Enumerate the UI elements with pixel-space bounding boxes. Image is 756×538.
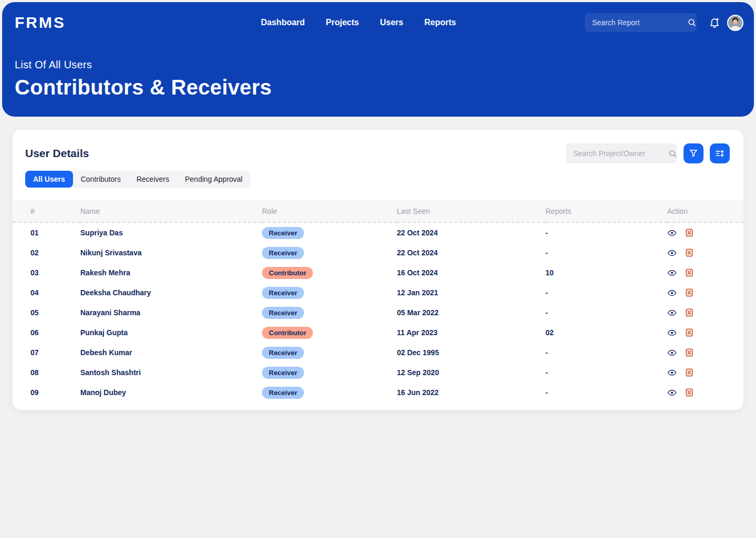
project-owner-search-input[interactable] [573,149,668,158]
user-reports-cell: - [545,363,667,382]
eye-icon [667,329,677,337]
delete-user-button[interactable] [686,348,693,357]
eye-icon [667,269,677,277]
view-user-button[interactable] [667,229,677,237]
search-icon [687,18,697,27]
role-badge: Contributor [262,267,313,279]
eye-icon [667,389,677,397]
top-bar: FRMS Dashboard Projects Users Reports [15,13,743,33]
app-logo[interactable]: FRMS [15,15,66,30]
delete-icon [686,288,693,297]
search-icon [668,149,677,158]
filter-tab[interactable]: Receivers [129,171,177,188]
delete-user-button[interactable] [686,328,693,337]
delete-user-button[interactable] [686,229,693,237]
user-number-cell: 05 [13,303,80,323]
user-row: 04 Deeksha Chaudhary Receiver 12 Jan 202… [13,283,743,303]
user-row: 05 Narayani Sharma Receiver 05 Mar 2022 … [13,303,743,323]
eye-icon [667,229,677,237]
role-badge: Receiver [262,227,304,239]
notification-bell-icon[interactable] [708,16,721,29]
sort-button[interactable] [710,143,730,163]
filter-tab[interactable]: Contributors [73,171,129,188]
user-filter-tabs: All Users Contributors Receivers Pending… [25,171,250,188]
users-table-body: 01 Supriya Das Receiver 22 Oct 2024 - [13,223,743,402]
delete-user-button[interactable] [686,288,693,297]
user-action-cell [667,323,743,343]
col-header-number: # [13,200,80,222]
view-user-button[interactable] [667,349,677,357]
delete-icon [686,229,693,237]
user-reports-cell: - [545,382,667,402]
user-last-seen-cell: 05 Mar 2022 [397,303,545,323]
col-header-last-seen: Last Seen [397,200,545,222]
user-details-card: User Details [13,130,743,410]
view-user-button[interactable] [667,289,677,297]
user-last-seen-cell: 22 Oct 2024 [397,243,545,263]
eye-icon [667,369,677,377]
filter-icon [688,148,699,159]
user-action-cell [667,363,743,382]
role-badge: Receiver [262,247,304,259]
user-last-seen-cell: 22 Oct 2024 [397,223,545,243]
user-row: 06 Punkaj Gupta Contributor 11 Apr 2023 … [13,323,743,343]
report-search-box [585,13,697,32]
user-reports-cell: 02 [545,323,667,343]
role-badge: Receiver [262,287,304,299]
user-last-seen-cell: 11 Apr 2023 [397,323,545,343]
user-number-cell: 04 [13,283,80,303]
eye-icon [667,309,677,317]
nav-reports[interactable]: Reports [424,18,456,27]
user-row: 01 Supriya Das Receiver 22 Oct 2024 - [13,223,743,243]
delete-icon [686,368,693,377]
users-table: # Name Role Last Seen Reports Action 01 … [13,200,743,402]
delete-icon [686,348,693,357]
view-user-button[interactable] [667,269,677,277]
eye-icon [667,289,677,297]
table-header-row: # Name Role Last Seen Reports Action [13,200,743,222]
nav-dashboard[interactable]: Dashboard [261,18,305,27]
delete-user-button[interactable] [686,388,693,397]
user-name-cell: Nikunj Srivastava [80,243,262,263]
role-badge: Receiver [262,367,304,379]
report-search-input[interactable] [592,18,687,27]
page-title: Contributors & Receivers [15,76,743,99]
delete-user-button[interactable] [686,368,693,377]
filter-button[interactable] [684,143,704,163]
col-header-name: Name [80,200,262,222]
main-nav: Dashboard Projects Users Reports [261,18,456,27]
view-user-button[interactable] [667,309,677,317]
user-last-seen-cell: 02 Dec 1995 [397,343,545,363]
col-header-action: Action [667,200,743,222]
user-name-cell: Manoj Dubey [80,382,262,402]
user-reports-cell: 10 [545,263,667,283]
user-role-cell: Receiver [262,303,397,323]
user-number-cell: 01 [13,223,80,243]
user-name-cell: Deeksha Chaudhary [80,283,262,303]
delete-icon [686,268,693,277]
user-number-cell: 08 [13,363,80,382]
user-role-cell: Receiver [262,382,397,402]
user-reports-cell: - [545,283,667,303]
role-badge: Receiver [262,347,304,359]
user-avatar[interactable] [727,15,743,31]
user-row: 02 Nikunj Srivastava Receiver 22 Oct 202… [13,243,743,263]
user-role-cell: Receiver [262,223,397,243]
delete-user-button[interactable] [686,249,693,257]
nav-users[interactable]: Users [380,18,403,27]
app-header: FRMS Dashboard Projects Users Reports [2,2,754,117]
filter-tab[interactable]: Pending Approval [177,171,250,188]
delete-user-button[interactable] [686,308,693,317]
nav-projects[interactable]: Projects [326,18,359,27]
view-user-button[interactable] [667,329,677,337]
delete-user-button[interactable] [686,268,693,277]
view-user-button[interactable] [667,389,677,397]
view-user-button[interactable] [667,249,677,257]
view-user-button[interactable] [667,369,677,377]
delete-icon [686,328,693,337]
page-subtitle: List Of All Users [15,59,743,71]
filter-tab[interactable]: All Users [25,171,73,188]
user-role-cell: Receiver [262,243,397,263]
user-number-cell: 02 [13,243,80,263]
user-name-cell: Punkaj Gupta [80,323,262,343]
